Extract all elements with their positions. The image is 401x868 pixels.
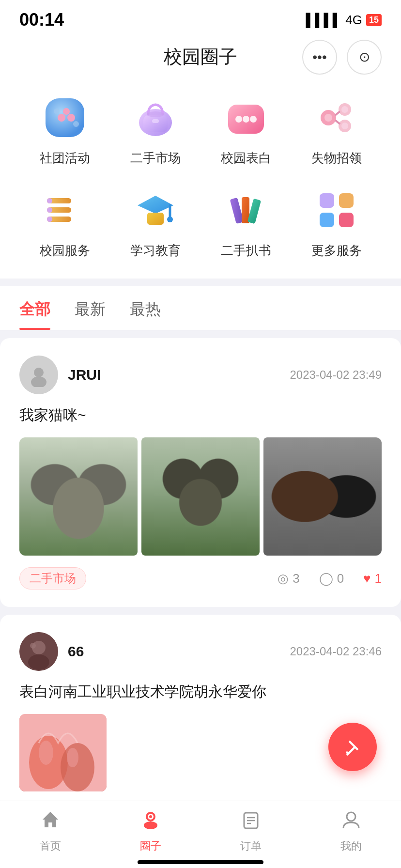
- nav-orders-label: 订单: [240, 839, 262, 853]
- avatar: [19, 632, 58, 671]
- svg-point-4: [54, 108, 60, 114]
- svg-rect-36: [339, 193, 354, 208]
- orders-icon: [240, 809, 262, 835]
- svg-point-57: [149, 815, 152, 818]
- post-content: 我家猫咪~: [19, 404, 382, 426]
- comment-icon: ◯: [319, 571, 333, 586]
- menu-item-confession[interactable]: 校园表白: [200, 93, 291, 167]
- likes-count: 1: [375, 571, 382, 586]
- lost-icon: [312, 93, 361, 142]
- nav-orders[interactable]: 订单: [200, 809, 301, 853]
- status-time: 00:14: [19, 10, 64, 30]
- confession-icon: [222, 93, 270, 142]
- svg-line-18: [335, 120, 340, 124]
- header: 校园圈子 ••• ⊙: [0, 35, 401, 79]
- menu-item-lost[interactable]: 失物招领: [291, 93, 382, 167]
- svg-rect-29: [147, 213, 164, 225]
- profile-icon: [340, 809, 362, 835]
- menu-grid: 社团活动 二手市场: [19, 93, 382, 259]
- svg-point-5: [73, 121, 79, 127]
- post-content: 表白河南工业职业技术学院胡永华爱你: [19, 681, 382, 702]
- post-time: 2023-04-02 23:49: [290, 368, 382, 382]
- nav-home-label: 首页: [40, 839, 61, 853]
- post-card: JRUI 2023-04-02 23:49 我家猫咪~ 二手市场 ◎ 3 ◯ 0: [0, 338, 401, 607]
- compose-fab[interactable]: [328, 723, 377, 771]
- post-image[interactable]: [141, 437, 260, 556]
- menu-item-books[interactable]: 二手扒书: [200, 186, 291, 259]
- nav-circle[interactable]: 圈子: [100, 809, 200, 853]
- post-image[interactable]: [19, 437, 138, 556]
- svg-point-13: [250, 116, 257, 123]
- network-label: 4G: [345, 13, 362, 28]
- comments-stat[interactable]: ◯ 0: [319, 571, 344, 586]
- edit-icon: [342, 736, 363, 758]
- lost-label: 失物招领: [311, 150, 362, 167]
- svg-rect-7: [143, 115, 168, 132]
- likes-stat[interactable]: ♥ 1: [363, 571, 382, 586]
- post-header: JRUI 2023-04-02 23:49: [19, 356, 382, 394]
- education-icon: [131, 186, 180, 234]
- signal-icon: ▌▌▌▌: [306, 13, 342, 28]
- more-services-icon: [312, 186, 361, 234]
- svg-point-43: [28, 654, 49, 670]
- post-time: 2023-04-02 23:46: [290, 645, 382, 658]
- scan-icon: ⊙: [359, 49, 370, 65]
- home-icon: [40, 809, 61, 835]
- menu-item-club[interactable]: 社团活动: [19, 93, 110, 167]
- menu-item-service[interactable]: 校园服务: [19, 186, 110, 259]
- more-services-label: 更多服务: [311, 242, 362, 259]
- svg-point-12: [243, 116, 249, 123]
- svg-point-44: [30, 643, 36, 649]
- header-actions: ••• ⊙: [302, 40, 382, 75]
- svg-marker-53: [43, 812, 58, 827]
- post-tag[interactable]: 二手市场: [19, 567, 86, 589]
- svg-point-39: [34, 368, 44, 377]
- tabs-section: 全部 最新 最热: [0, 286, 401, 330]
- books-label: 二手扒书: [221, 242, 271, 259]
- post-author: 66: [19, 632, 84, 671]
- tab-latest[interactable]: 最新: [75, 286, 106, 330]
- svg-point-2: [67, 114, 75, 122]
- market-icon: [131, 93, 180, 142]
- post-image[interactable]: [263, 437, 382, 556]
- nav-circle-label: 圈子: [140, 839, 161, 853]
- post-header: 66 2023-04-02 23:46: [19, 632, 382, 671]
- comments-count: 0: [337, 571, 344, 586]
- svg-point-47: [61, 743, 94, 791]
- more-button[interactable]: •••: [302, 40, 337, 75]
- svg-rect-34: [247, 199, 261, 224]
- heart-icon: ♥: [363, 571, 370, 586]
- svg-point-48: [39, 741, 53, 765]
- post-author: JRUI: [19, 356, 101, 394]
- menu-item-market[interactable]: 二手市场: [110, 93, 200, 167]
- post-image-partial[interactable]: [19, 714, 107, 791]
- svg-rect-23: [47, 198, 52, 203]
- battery-badge: 15: [366, 14, 382, 26]
- nav-profile[interactable]: 我的: [301, 809, 401, 853]
- status-icons: ▌▌▌▌ 4G 15: [306, 13, 382, 28]
- views-stat: ◎ 3: [278, 571, 299, 586]
- avatar: [19, 356, 58, 394]
- svg-point-40: [31, 376, 46, 387]
- svg-rect-35: [320, 193, 334, 208]
- menu-item-education[interactable]: 学习教育: [110, 186, 200, 259]
- scan-button[interactable]: ⊙: [347, 40, 382, 75]
- tab-hot[interactable]: 最热: [130, 286, 161, 330]
- svg-rect-37: [320, 213, 334, 227]
- education-label: 学习教育: [130, 242, 181, 259]
- more-icon: •••: [312, 49, 326, 65]
- tab-all[interactable]: 全部: [19, 286, 50, 330]
- svg-rect-38: [339, 213, 354, 227]
- menu-section: 社团活动 二手市场: [0, 79, 401, 279]
- svg-point-3: [63, 108, 70, 115]
- svg-point-11: [235, 116, 242, 123]
- menu-item-more[interactable]: 更多服务: [291, 186, 382, 259]
- post-card: 66 2023-04-02 23:46 表白河南工业职业技术学院胡永华爱你: [0, 615, 401, 809]
- club-icon: [41, 93, 89, 142]
- svg-point-8: [147, 111, 164, 117]
- svg-point-19: [324, 114, 332, 122]
- circle-icon: [140, 809, 161, 835]
- svg-rect-9: [152, 119, 159, 123]
- author-name: JRUI: [68, 367, 101, 383]
- nav-home[interactable]: 首页: [0, 809, 100, 853]
